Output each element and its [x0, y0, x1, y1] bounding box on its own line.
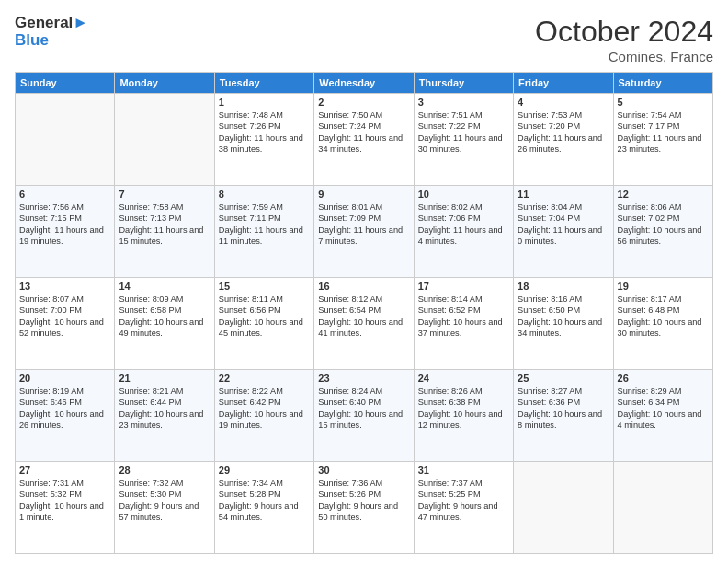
- logo: General► Blue: [15, 15, 88, 49]
- day-info: Sunrise: 8:07 AM Sunset: 7:00 PM Dayligh…: [19, 293, 110, 339]
- day-number: 6: [19, 189, 110, 200]
- table-row: [613, 462, 712, 554]
- day-number: 23: [318, 373, 409, 384]
- table-row: 4Sunrise: 7:53 AM Sunset: 7:20 PM Daylig…: [514, 94, 613, 186]
- title-block: October 2024 Comines, France: [535, 15, 713, 64]
- day-number: 27: [19, 465, 110, 476]
- col-tuesday: Tuesday: [214, 73, 313, 94]
- day-info: Sunrise: 8:16 AM Sunset: 6:50 PM Dayligh…: [518, 293, 609, 339]
- col-saturday: Saturday: [613, 73, 712, 94]
- day-info: Sunrise: 8:17 AM Sunset: 6:48 PM Dayligh…: [618, 293, 709, 339]
- month-year: October 2024: [535, 15, 713, 49]
- day-number: 4: [518, 97, 609, 108]
- day-number: 1: [219, 97, 310, 108]
- day-number: 11: [518, 189, 609, 200]
- day-number: 10: [418, 189, 509, 200]
- table-row: 3Sunrise: 7:51 AM Sunset: 7:22 PM Daylig…: [414, 94, 513, 186]
- day-number: 29: [219, 465, 310, 476]
- day-info: Sunrise: 8:09 AM Sunset: 6:58 PM Dayligh…: [119, 293, 210, 339]
- day-info: Sunrise: 7:59 AM Sunset: 7:11 PM Dayligh…: [219, 201, 310, 247]
- day-info: Sunrise: 8:11 AM Sunset: 6:56 PM Dayligh…: [219, 293, 310, 339]
- day-info: Sunrise: 8:01 AM Sunset: 7:09 PM Dayligh…: [318, 201, 409, 247]
- table-row: 14Sunrise: 8:09 AM Sunset: 6:58 PM Dayli…: [115, 278, 214, 370]
- day-number: 3: [418, 97, 509, 108]
- table-row: 16Sunrise: 8:12 AM Sunset: 6:54 PM Dayli…: [314, 278, 414, 370]
- table-row: 13Sunrise: 8:07 AM Sunset: 7:00 PM Dayli…: [16, 278, 115, 370]
- day-number: 8: [219, 189, 310, 200]
- table-row: 7Sunrise: 7:58 AM Sunset: 7:13 PM Daylig…: [115, 186, 214, 278]
- day-number: 22: [219, 373, 310, 384]
- day-info: Sunrise: 7:54 AM Sunset: 7:17 PM Dayligh…: [618, 109, 709, 155]
- table-row: 10Sunrise: 8:02 AM Sunset: 7:06 PM Dayli…: [414, 186, 513, 278]
- day-info: Sunrise: 8:21 AM Sunset: 6:44 PM Dayligh…: [119, 385, 210, 431]
- day-info: Sunrise: 8:22 AM Sunset: 6:42 PM Dayligh…: [219, 385, 310, 431]
- table-row: 22Sunrise: 8:22 AM Sunset: 6:42 PM Dayli…: [214, 370, 313, 462]
- day-number: 24: [418, 373, 509, 384]
- day-number: 5: [618, 97, 709, 108]
- table-row: 27Sunrise: 7:31 AM Sunset: 5:32 PM Dayli…: [16, 462, 115, 554]
- table-row: 11Sunrise: 8:04 AM Sunset: 7:04 PM Dayli…: [514, 186, 613, 278]
- day-number: 13: [19, 281, 110, 292]
- col-sunday: Sunday: [16, 73, 115, 94]
- day-number: 28: [119, 465, 210, 476]
- table-row: 21Sunrise: 8:21 AM Sunset: 6:44 PM Dayli…: [115, 370, 214, 462]
- day-info: Sunrise: 7:34 AM Sunset: 5:28 PM Dayligh…: [219, 477, 310, 523]
- table-row: 23Sunrise: 8:24 AM Sunset: 6:40 PM Dayli…: [314, 370, 414, 462]
- day-info: Sunrise: 8:19 AM Sunset: 6:46 PM Dayligh…: [19, 385, 110, 431]
- table-row: 15Sunrise: 8:11 AM Sunset: 6:56 PM Dayli…: [214, 278, 313, 370]
- day-info: Sunrise: 8:04 AM Sunset: 7:04 PM Dayligh…: [518, 201, 609, 247]
- day-info: Sunrise: 7:36 AM Sunset: 5:26 PM Dayligh…: [318, 477, 409, 523]
- table-row: 19Sunrise: 8:17 AM Sunset: 6:48 PM Dayli…: [613, 278, 712, 370]
- day-number: 16: [318, 281, 409, 292]
- table-row: 31Sunrise: 7:37 AM Sunset: 5:25 PM Dayli…: [414, 462, 513, 554]
- day-number: 19: [618, 281, 709, 292]
- day-number: 25: [518, 373, 609, 384]
- col-monday: Monday: [115, 73, 214, 94]
- day-info: Sunrise: 7:58 AM Sunset: 7:13 PM Dayligh…: [119, 201, 210, 247]
- table-row: 20Sunrise: 8:19 AM Sunset: 6:46 PM Dayli…: [16, 370, 115, 462]
- page: General► Blue October 2024 Comines, Fran…: [0, 0, 728, 563]
- header: General► Blue October 2024 Comines, Fran…: [15, 15, 713, 64]
- day-info: Sunrise: 8:14 AM Sunset: 6:52 PM Dayligh…: [418, 293, 509, 339]
- day-info: Sunrise: 8:29 AM Sunset: 6:34 PM Dayligh…: [618, 385, 709, 431]
- day-number: 2: [318, 97, 409, 108]
- day-info: Sunrise: 8:24 AM Sunset: 6:40 PM Dayligh…: [318, 385, 409, 431]
- day-number: 15: [219, 281, 310, 292]
- day-info: Sunrise: 7:37 AM Sunset: 5:25 PM Dayligh…: [418, 477, 509, 523]
- day-number: 14: [119, 281, 210, 292]
- day-info: Sunrise: 8:06 AM Sunset: 7:02 PM Dayligh…: [618, 201, 709, 247]
- day-info: Sunrise: 8:26 AM Sunset: 6:38 PM Dayligh…: [418, 385, 509, 431]
- day-info: Sunrise: 7:31 AM Sunset: 5:32 PM Dayligh…: [19, 477, 110, 523]
- day-info: Sunrise: 7:50 AM Sunset: 7:24 PM Dayligh…: [318, 109, 409, 155]
- day-number: 17: [418, 281, 509, 292]
- table-row: 9Sunrise: 8:01 AM Sunset: 7:09 PM Daylig…: [314, 186, 414, 278]
- day-number: 7: [119, 189, 210, 200]
- day-info: Sunrise: 7:32 AM Sunset: 5:30 PM Dayligh…: [119, 477, 210, 523]
- table-row: 12Sunrise: 8:06 AM Sunset: 7:02 PM Dayli…: [613, 186, 712, 278]
- table-row: 6Sunrise: 7:56 AM Sunset: 7:15 PM Daylig…: [16, 186, 115, 278]
- col-thursday: Thursday: [414, 73, 513, 94]
- table-row: 28Sunrise: 7:32 AM Sunset: 5:30 PM Dayli…: [115, 462, 214, 554]
- day-number: 18: [518, 281, 609, 292]
- calendar-table: Sunday Monday Tuesday Wednesday Thursday…: [15, 72, 713, 554]
- table-row: 5Sunrise: 7:54 AM Sunset: 7:17 PM Daylig…: [613, 94, 712, 186]
- col-wednesday: Wednesday: [314, 73, 414, 94]
- day-info: Sunrise: 7:53 AM Sunset: 7:20 PM Dayligh…: [518, 109, 609, 155]
- table-row: 24Sunrise: 8:26 AM Sunset: 6:38 PM Dayli…: [414, 370, 513, 462]
- table-row: 29Sunrise: 7:34 AM Sunset: 5:28 PM Dayli…: [214, 462, 313, 554]
- table-row: 8Sunrise: 7:59 AM Sunset: 7:11 PM Daylig…: [214, 186, 313, 278]
- day-number: 30: [318, 465, 409, 476]
- table-row: [115, 94, 214, 186]
- day-info: Sunrise: 7:48 AM Sunset: 7:26 PM Dayligh…: [219, 109, 310, 155]
- table-row: 18Sunrise: 8:16 AM Sunset: 6:50 PM Dayli…: [514, 278, 613, 370]
- table-row: 1Sunrise: 7:48 AM Sunset: 7:26 PM Daylig…: [214, 94, 313, 186]
- calendar-header-row: Sunday Monday Tuesday Wednesday Thursday…: [16, 73, 713, 94]
- table-row: 17Sunrise: 8:14 AM Sunset: 6:52 PM Dayli…: [414, 278, 513, 370]
- table-row: 30Sunrise: 7:36 AM Sunset: 5:26 PM Dayli…: [314, 462, 414, 554]
- col-friday: Friday: [514, 73, 613, 94]
- table-row: 25Sunrise: 8:27 AM Sunset: 6:36 PM Dayli…: [514, 370, 613, 462]
- day-info: Sunrise: 7:51 AM Sunset: 7:22 PM Dayligh…: [418, 109, 509, 155]
- table-row: 2Sunrise: 7:50 AM Sunset: 7:24 PM Daylig…: [314, 94, 414, 186]
- day-number: 21: [119, 373, 210, 384]
- day-number: 31: [418, 465, 509, 476]
